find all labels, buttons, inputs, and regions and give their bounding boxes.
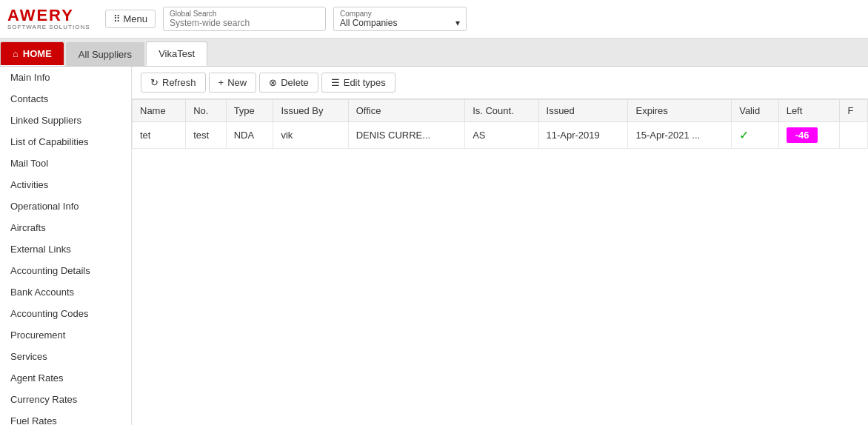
sidebar: Main Info Contacts Linked Suppliers List… [0, 67, 132, 425]
edit-types-icon: ☰ [331, 77, 340, 88]
delete-icon: ⊗ [269, 77, 277, 88]
tab-all-suppliers[interactable]: All Suppliers [66, 42, 144, 66]
col-header-issued-by: Issued By [273, 100, 348, 122]
sidebar-item-procurement[interactable]: Procurement [0, 324, 131, 346]
valid-check-icon: ✓ [739, 129, 749, 141]
cell-type: NDA [226, 122, 273, 149]
tab-all-suppliers-label: All Suppliers [79, 49, 132, 60]
menu-button[interactable]: ⠿ Menu [105, 10, 156, 28]
col-resizer-expires[interactable] [728, 100, 731, 121]
col-header-f: F [840, 100, 868, 122]
col-header-left: Left [778, 100, 840, 122]
sidebar-item-services[interactable]: Services [0, 346, 131, 367]
col-resizer-office[interactable] [461, 100, 464, 121]
sidebar-item-accounting-details[interactable]: Accounting Details [0, 260, 131, 281]
logo-text: AWERY [7, 7, 90, 24]
col-header-office: Office [348, 100, 464, 122]
table-header-row: Name No. Type Issued By [133, 100, 868, 122]
home-icon: ⌂ [13, 48, 19, 59]
company-selector[interactable]: Company All Companies ▾ [333, 7, 467, 31]
col-resizer-issued[interactable] [624, 100, 627, 121]
tab-home-label: HOME [23, 48, 52, 59]
cell-no: test [186, 122, 226, 149]
new-button[interactable]: + New [209, 73, 257, 93]
documents-table: Name No. Type Issued By [132, 99, 868, 149]
sidebar-item-fuel-rates[interactable]: Fuel Rates [0, 410, 131, 425]
new-label: New [227, 77, 247, 88]
cell-valid: ✓ [732, 122, 778, 149]
sidebar-item-aircrafts[interactable]: Aircrafts [0, 217, 131, 238]
sidebar-item-external-links[interactable]: External Links [0, 238, 131, 260]
refresh-icon: ↻ [150, 77, 158, 88]
col-resizer-name[interactable] [182, 100, 185, 121]
cell-left: -46 [778, 122, 840, 149]
col-header-type: Type [226, 100, 273, 122]
global-search-box: Global Search [163, 7, 326, 31]
col-header-is-count: Is. Count. [465, 100, 538, 122]
col-resizer-left[interactable] [836, 100, 839, 121]
logo-sub: SOFTWARE SOLUTIONS [7, 24, 90, 30]
col-resizer-no[interactable] [223, 100, 226, 121]
search-label: Global Search [170, 10, 319, 18]
company-label: Company [340, 10, 460, 18]
cell-is-count: AS [465, 122, 538, 149]
cell-expires: 15-Apr-2021 ... [628, 122, 732, 149]
table-row[interactable]: tet test NDA vik DENIS CURRE... AS 11-Ap… [133, 122, 868, 149]
sidebar-item-mail-tool[interactable]: Mail Tool [0, 153, 131, 174]
search-input[interactable] [170, 18, 319, 28]
sidebar-item-bank-accounts[interactable]: Bank Accounts [0, 281, 131, 303]
logo: AWERY SOFTWARE SOLUTIONS [7, 7, 90, 30]
col-resizer-f[interactable] [864, 100, 867, 121]
sidebar-item-currency-rates[interactable]: Currency Rates [0, 389, 131, 410]
col-header-expires: Expires [628, 100, 732, 122]
menu-label: Menu [124, 13, 148, 24]
menu-dots-icon: ⠿ [113, 13, 121, 24]
tab-bar: ⌂ HOME All Suppliers VikaTest [0, 39, 868, 67]
sidebar-item-linked-suppliers[interactable]: Linked Suppliers [0, 110, 131, 131]
cell-issued-by: vik [273, 122, 348, 149]
col-resizer-issued-by[interactable] [345, 100, 348, 121]
company-selected-value: All Companies [340, 18, 397, 28]
chevron-down-icon: ▾ [455, 18, 460, 28]
tab-home[interactable]: ⌂ HOME [0, 41, 64, 66]
sidebar-item-contacts[interactable]: Contacts [0, 88, 131, 110]
col-resizer-is-count[interactable] [535, 100, 538, 121]
refresh-button[interactable]: ↻ Refresh [141, 73, 206, 93]
company-value: All Companies ▾ [340, 18, 460, 28]
col-header-issued: Issued [538, 100, 628, 122]
sidebar-item-main-info[interactable]: Main Info [0, 67, 131, 88]
tab-vikatest[interactable]: VikaTest [146, 41, 207, 66]
cell-name: tet [133, 122, 186, 149]
col-header-name: Name [133, 100, 186, 122]
sidebar-item-agent-rates[interactable]: Agent Rates [0, 367, 131, 389]
col-header-valid: Valid [732, 100, 778, 122]
plus-icon: + [218, 77, 224, 88]
cell-office: DENIS CURRE... [348, 122, 464, 149]
edit-types-button[interactable]: ☰ Edit types [321, 73, 395, 93]
tab-vikatest-label: VikaTest [158, 48, 195, 59]
col-resizer-valid[interactable] [775, 100, 778, 121]
sidebar-item-operational-info[interactable]: Operational Info [0, 195, 131, 217]
delete-button[interactable]: ⊗ Delete [259, 73, 318, 93]
cell-issued: 11-Apr-2019 [538, 122, 628, 149]
main-layout: Main Info Contacts Linked Suppliers List… [0, 67, 868, 425]
delete-label: Delete [281, 77, 309, 88]
refresh-label: Refresh [162, 77, 196, 88]
toolbar: ↻ Refresh + New ⊗ Delete ☰ Edit types [132, 67, 868, 99]
top-nav: AWERY SOFTWARE SOLUTIONS ⠿ Menu Global S… [0, 0, 868, 39]
sidebar-item-accounting-codes[interactable]: Accounting Codes [0, 303, 131, 324]
col-header-no: No. [186, 100, 226, 122]
left-badge: -46 [787, 127, 818, 143]
sidebar-item-list-of-capabilities[interactable]: List of Capabilities [0, 131, 131, 153]
col-resizer-type[interactable] [270, 100, 273, 121]
sidebar-item-activities[interactable]: Activities [0, 174, 131, 195]
edit-types-label: Edit types [344, 77, 386, 88]
content-area: ↻ Refresh + New ⊗ Delete ☰ Edit types Na [132, 67, 868, 425]
cell-f [840, 122, 868, 149]
